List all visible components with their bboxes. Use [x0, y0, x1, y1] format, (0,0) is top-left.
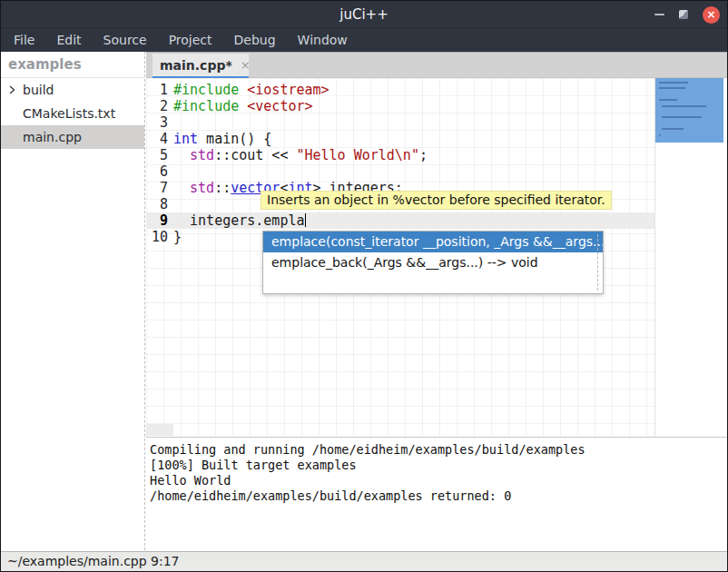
tree-item-label: build [23, 78, 54, 102]
line-number: 5 [146, 147, 173, 163]
menu-item-file[interactable]: File [3, 28, 45, 52]
tree-item-build[interactable]: build [1, 78, 144, 102]
line-code: #include <iostream> [173, 82, 654, 98]
minimap-code-line [662, 116, 702, 118]
line-number: 8 [146, 196, 173, 212]
main-area: main.cpp* × 1#include <iostream>2#includ… [146, 52, 727, 550]
tabbar: main.cpp* × [146, 52, 727, 78]
text-cursor [305, 213, 306, 227]
window-title: juCi++ [1, 1, 727, 28]
statusbar: ~/examples/main.cpp 9:17 [1, 551, 727, 571]
autocomplete-list: emplace(const_iterator __position, _Args… [263, 232, 603, 273]
line-number: 4 [146, 131, 173, 147]
minimap-slider[interactable] [655, 78, 723, 143]
line-code: int main() { [173, 131, 654, 147]
line-code: integers.empla [173, 212, 654, 229]
chevron-right-icon[interactable] [7, 85, 16, 94]
tab-close-icon[interactable]: × [241, 59, 251, 71]
tree-item-cmakelists-txt[interactable]: CMakeLists.txt [1, 102, 144, 125]
minimap-code-line [662, 128, 684, 130]
code-line[interactable]: 6 [146, 163, 654, 180]
minimap-code-line [659, 82, 688, 84]
file-tree: buildCMakeLists.txtmain.cpp [1, 78, 144, 149]
output-line: [100%] Built target examples [150, 458, 727, 473]
tab-main-cpp[interactable]: main.cpp* × [152, 54, 249, 79]
line-number: 10 [146, 229, 173, 245]
file-tree-sidebar: examples buildCMakeLists.txtmain.cpp [1, 52, 145, 550]
line-number: 1 [146, 82, 173, 98]
line-number: 7 [146, 180, 173, 196]
app-window: juCi++ × FileEditSourceProjectDebugWindo… [0, 0, 728, 572]
tab-label: main.cpp* [160, 58, 232, 73]
build-output-panel: Compiling and running /home/eidheim/exam… [146, 437, 727, 550]
menu-item-project[interactable]: Project [158, 28, 223, 52]
line-number: 9 [146, 212, 173, 229]
line-number: 2 [146, 98, 173, 114]
menu-item-edit[interactable]: Edit [45, 28, 92, 52]
doc-tooltip: Inserts an object in %vector before spec… [261, 191, 612, 210]
autocomplete-popup: emplace(const_iterator __position, _Args… [262, 231, 604, 294]
tree-item-label: main.cpp [23, 125, 82, 149]
output-line: Hello World [150, 473, 727, 488]
titlebar[interactable]: juCi++ × [1, 1, 727, 28]
code-line[interactable]: 1#include <iostream> [146, 82, 654, 98]
autocomplete-item[interactable]: emplace(const_iterator __position, _Args… [263, 232, 603, 252]
minimap-code-line [659, 87, 685, 89]
line-number: 6 [146, 163, 173, 180]
minimap [654, 78, 727, 437]
restore-button[interactable] [679, 10, 688, 19]
code-line[interactable]: 5 std::cout << "Hello World\n"; [146, 147, 654, 163]
output-line: Compiling and running /home/eidheim/exam… [150, 442, 727, 458]
line-code: #include <vector> [173, 98, 654, 114]
project-name: examples [1, 52, 144, 78]
tree-item-label: CMakeLists.txt [23, 102, 115, 125]
minimize-button[interactable] [654, 14, 664, 15]
menu-item-source[interactable]: Source [93, 28, 158, 52]
output-line: /home/eidheim/examples/build/examples re… [150, 488, 727, 504]
code-line[interactable]: 3 [146, 114, 654, 131]
menu-item-window[interactable]: Window [287, 28, 359, 52]
line-code [173, 163, 654, 180]
code-line[interactable]: 2#include <vector> [146, 98, 654, 114]
editor: 1#include <iostream>2#include <vector>34… [146, 78, 727, 437]
menu-item-debug[interactable]: Debug [223, 28, 287, 52]
close-button[interactable]: × [703, 6, 720, 24]
status-file-position: ~/examples/main.cpp 9:17 [7, 554, 180, 568]
line-code [173, 114, 654, 131]
tree-item-main-cpp[interactable]: main.cpp [1, 125, 144, 149]
code-line[interactable]: 9 integers.empla [146, 212, 654, 229]
hscrollbar-thumb[interactable] [146, 424, 173, 436]
minimap-code-line [659, 134, 661, 136]
line-code: std::cout << "Hello World\n"; [173, 147, 654, 163]
line-number: 3 [146, 114, 173, 131]
minimap-code-line [662, 105, 706, 107]
autocomplete-item[interactable]: emplace_back(_Args &&__args...) --> void [263, 252, 603, 273]
minimap-code-line [659, 99, 677, 101]
code-line[interactable]: 4int main() { [146, 131, 654, 147]
menubar: FileEditSourceProjectDebugWindow [1, 28, 727, 52]
popup-scrollbar[interactable] [597, 234, 598, 291]
window-controls: × [654, 1, 720, 28]
